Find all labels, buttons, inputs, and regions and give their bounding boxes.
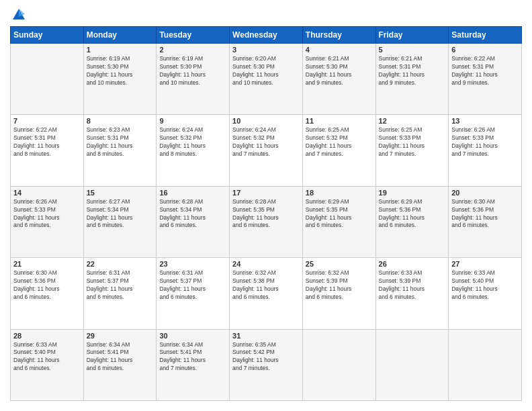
day-number: 28 <box>13 332 81 340</box>
day-number: 19 <box>379 189 446 197</box>
day-info: Sunrise: 6:20 AM Sunset: 5:30 PM Dayligh… <box>232 55 300 87</box>
day-info: Sunrise: 6:23 AM Sunset: 5:31 PM Dayligh… <box>87 126 154 158</box>
day-cell: 18Sunrise: 6:29 AM Sunset: 5:35 PM Dayli… <box>302 186 375 257</box>
day-cell: 1Sunrise: 6:19 AM Sunset: 5:30 PM Daylig… <box>83 44 157 115</box>
page: SundayMondayTuesdayWednesdayThursdayFrid… <box>0 0 532 411</box>
day-number: 14 <box>13 189 81 197</box>
day-number: 22 <box>87 260 154 268</box>
day-info: Sunrise: 6:29 AM Sunset: 5:35 PM Dayligh… <box>306 198 373 230</box>
day-cell: 15Sunrise: 6:27 AM Sunset: 5:34 PM Dayli… <box>83 186 157 257</box>
day-info: Sunrise: 6:35 AM Sunset: 5:42 PM Dayligh… <box>232 341 300 373</box>
day-info: Sunrise: 6:24 AM Sunset: 5:32 PM Dayligh… <box>232 126 300 158</box>
day-info: Sunrise: 6:21 AM Sunset: 5:31 PM Dayligh… <box>379 55 446 87</box>
day-cell: 17Sunrise: 6:28 AM Sunset: 5:35 PM Dayli… <box>230 186 303 257</box>
day-number: 29 <box>87 332 154 340</box>
week-row-4: 21Sunrise: 6:30 AM Sunset: 5:36 PM Dayli… <box>11 258 522 329</box>
day-number: 6 <box>451 46 519 54</box>
day-cell: 14Sunrise: 6:26 AM Sunset: 5:33 PM Dayli… <box>11 186 84 257</box>
day-header-friday: Friday <box>375 27 449 44</box>
day-number: 11 <box>306 117 373 125</box>
day-info: Sunrise: 6:33 AM Sunset: 5:39 PM Dayligh… <box>379 269 446 302</box>
day-number: 12 <box>379 117 446 125</box>
calendar-body: 1Sunrise: 6:19 AM Sunset: 5:30 PM Daylig… <box>11 44 522 401</box>
day-info: Sunrise: 6:32 AM Sunset: 5:38 PM Dayligh… <box>232 269 300 302</box>
week-row-2: 7Sunrise: 6:22 AM Sunset: 5:31 PM Daylig… <box>11 115 522 186</box>
day-number: 3 <box>232 46 300 54</box>
day-cell: 25Sunrise: 6:32 AM Sunset: 5:39 PM Dayli… <box>302 258 375 329</box>
day-cell <box>11 44 84 115</box>
day-number: 23 <box>159 260 226 268</box>
day-cell: 31Sunrise: 6:35 AM Sunset: 5:42 PM Dayli… <box>230 329 303 400</box>
calendar-header: SundayMondayTuesdayWednesdayThursdayFrid… <box>11 27 522 44</box>
day-number: 20 <box>451 189 519 197</box>
day-info: Sunrise: 6:19 AM Sunset: 5:30 PM Dayligh… <box>87 55 154 87</box>
day-number: 30 <box>159 332 226 340</box>
week-row-3: 14Sunrise: 6:26 AM Sunset: 5:33 PM Dayli… <box>11 186 522 257</box>
day-info: Sunrise: 6:28 AM Sunset: 5:35 PM Dayligh… <box>232 198 300 230</box>
day-number: 27 <box>451 260 519 268</box>
day-cell <box>302 329 375 400</box>
day-info: Sunrise: 6:26 AM Sunset: 5:33 PM Dayligh… <box>451 126 519 158</box>
header-row: SundayMondayTuesdayWednesdayThursdayFrid… <box>11 27 522 44</box>
week-row-5: 28Sunrise: 6:33 AM Sunset: 5:40 PM Dayli… <box>11 329 522 400</box>
day-cell: 9Sunrise: 6:24 AM Sunset: 5:32 PM Daylig… <box>157 115 230 186</box>
calendar-table: SundayMondayTuesdayWednesdayThursdayFrid… <box>10 26 522 401</box>
day-cell: 3Sunrise: 6:20 AM Sunset: 5:30 PM Daylig… <box>230 44 303 115</box>
day-header-tuesday: Tuesday <box>157 27 230 44</box>
day-header-saturday: Saturday <box>449 27 522 44</box>
day-number: 31 <box>232 332 300 340</box>
day-number: 24 <box>232 260 300 268</box>
day-number: 17 <box>232 189 300 197</box>
day-info: Sunrise: 6:34 AM Sunset: 5:41 PM Dayligh… <box>159 341 226 373</box>
day-number: 5 <box>379 46 446 54</box>
day-cell: 27Sunrise: 6:33 AM Sunset: 5:40 PM Dayli… <box>449 258 522 329</box>
day-cell: 22Sunrise: 6:31 AM Sunset: 5:37 PM Dayli… <box>83 258 157 329</box>
day-number: 4 <box>306 46 373 54</box>
day-number: 8 <box>87 117 154 125</box>
day-number: 2 <box>159 46 226 54</box>
day-cell: 11Sunrise: 6:25 AM Sunset: 5:32 PM Dayli… <box>302 115 375 186</box>
logo-icon <box>11 7 26 22</box>
day-info: Sunrise: 6:22 AM Sunset: 5:31 PM Dayligh… <box>13 126 81 158</box>
day-cell: 26Sunrise: 6:33 AM Sunset: 5:39 PM Dayli… <box>375 258 449 329</box>
day-cell: 13Sunrise: 6:26 AM Sunset: 5:33 PM Dayli… <box>449 115 522 186</box>
day-number: 9 <box>159 117 226 125</box>
day-info: Sunrise: 6:30 AM Sunset: 5:36 PM Dayligh… <box>451 198 519 230</box>
logo <box>10 10 26 19</box>
day-info: Sunrise: 6:29 AM Sunset: 5:36 PM Dayligh… <box>379 198 446 230</box>
day-info: Sunrise: 6:26 AM Sunset: 5:33 PM Dayligh… <box>13 198 81 230</box>
day-info: Sunrise: 6:30 AM Sunset: 5:36 PM Dayligh… <box>13 269 81 302</box>
day-header-thursday: Thursday <box>302 27 375 44</box>
day-cell: 19Sunrise: 6:29 AM Sunset: 5:36 PM Dayli… <box>375 186 449 257</box>
day-cell: 16Sunrise: 6:28 AM Sunset: 5:34 PM Dayli… <box>157 186 230 257</box>
day-info: Sunrise: 6:34 AM Sunset: 5:41 PM Dayligh… <box>87 341 154 373</box>
day-info: Sunrise: 6:21 AM Sunset: 5:30 PM Dayligh… <box>306 55 373 87</box>
day-cell: 6Sunrise: 6:22 AM Sunset: 5:31 PM Daylig… <box>449 44 522 115</box>
day-number: 26 <box>379 260 446 268</box>
day-cell <box>375 329 449 400</box>
day-info: Sunrise: 6:33 AM Sunset: 5:40 PM Dayligh… <box>451 269 519 302</box>
day-info: Sunrise: 6:31 AM Sunset: 5:37 PM Dayligh… <box>159 269 226 302</box>
day-cell: 10Sunrise: 6:24 AM Sunset: 5:32 PM Dayli… <box>230 115 303 186</box>
day-cell: 30Sunrise: 6:34 AM Sunset: 5:41 PM Dayli… <box>157 329 230 400</box>
day-cell: 12Sunrise: 6:25 AM Sunset: 5:33 PM Dayli… <box>375 115 449 186</box>
day-number: 15 <box>87 189 154 197</box>
day-info: Sunrise: 6:33 AM Sunset: 5:40 PM Dayligh… <box>13 341 81 373</box>
day-number: 25 <box>306 260 373 268</box>
day-cell: 7Sunrise: 6:22 AM Sunset: 5:31 PM Daylig… <box>11 115 84 186</box>
day-cell: 20Sunrise: 6:30 AM Sunset: 5:36 PM Dayli… <box>449 186 522 257</box>
day-number: 18 <box>306 189 373 197</box>
day-cell: 29Sunrise: 6:34 AM Sunset: 5:41 PM Dayli… <box>83 329 157 400</box>
day-info: Sunrise: 6:25 AM Sunset: 5:33 PM Dayligh… <box>379 126 446 158</box>
day-header-monday: Monday <box>83 27 157 44</box>
day-cell: 21Sunrise: 6:30 AM Sunset: 5:36 PM Dayli… <box>11 258 84 329</box>
day-cell: 28Sunrise: 6:33 AM Sunset: 5:40 PM Dayli… <box>11 329 84 400</box>
day-number: 16 <box>159 189 226 197</box>
day-cell: 4Sunrise: 6:21 AM Sunset: 5:30 PM Daylig… <box>302 44 375 115</box>
day-header-sunday: Sunday <box>11 27 84 44</box>
day-number: 21 <box>13 260 81 268</box>
header <box>10 10 522 19</box>
day-number: 1 <box>87 46 154 54</box>
day-info: Sunrise: 6:25 AM Sunset: 5:32 PM Dayligh… <box>306 126 373 158</box>
day-cell <box>449 329 522 400</box>
